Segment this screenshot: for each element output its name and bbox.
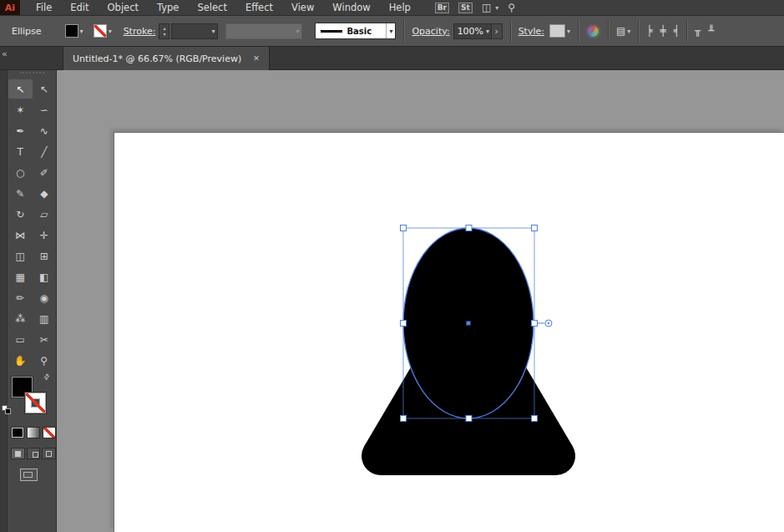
artwork-group[interactable]: [355, 213, 584, 484]
paintbrush-tool[interactable]: ✐: [33, 163, 57, 182]
opacity-label[interactable]: Opacity:: [412, 26, 449, 37]
menu-edit[interactable]: Edit: [61, 2, 98, 13]
app-logo-icon[interactable]: Ai: [0, 0, 20, 15]
tool-icon: ⚲: [40, 356, 48, 366]
shaper-tool[interactable]: ◆: [33, 184, 57, 203]
chevron-down-icon[interactable]: ▾: [495, 4, 498, 12]
type-tool[interactable]: T: [8, 142, 33, 161]
chevron-down-icon[interactable]: ▾: [483, 28, 492, 35]
blend-tool[interactable]: ◉: [33, 288, 57, 307]
pen-tool[interactable]: ✒: [8, 121, 33, 140]
chevron-down-icon[interactable]: ▾: [627, 28, 630, 35]
handle-bottom-center[interactable]: [466, 416, 472, 422]
close-icon[interactable]: ✕: [253, 54, 260, 63]
workspace-switcher-icon[interactable]: ◫: [482, 3, 491, 13]
draw-normal-button[interactable]: [11, 448, 25, 459]
distribute-vertical-icon[interactable]: ╥: [695, 26, 701, 36]
handle-bottom-left[interactable]: [401, 416, 407, 422]
chevron-down-icon[interactable]: ▾: [80, 28, 83, 35]
handle-top-right[interactable]: [532, 225, 538, 231]
shape-builder-tool[interactable]: ◫: [8, 246, 33, 266]
stroke-color-swatch[interactable]: [94, 24, 107, 38]
stroke-weight-stepper[interactable]: ▴ ▾: [159, 23, 169, 39]
screen-mode-button[interactable]: [20, 469, 38, 481]
menu-effect[interactable]: Effect: [236, 2, 282, 13]
collapse-panel-icon[interactable]: «: [2, 49, 8, 58]
tool-icon: ↖: [16, 84, 24, 94]
zoom-tool[interactable]: ⚲: [33, 351, 57, 370]
menu-window[interactable]: Window: [323, 2, 379, 13]
brush-definition-dropdown[interactable]: Basic ▾: [315, 23, 396, 39]
distribute-horizontal-icon[interactable]: ╨: [708, 26, 714, 36]
align-left-icon[interactable]: ╞: [646, 26, 652, 36]
line-segment-tool[interactable]: ╱: [33, 142, 57, 161]
style-label[interactable]: Style:: [518, 26, 544, 37]
draw-behind-button[interactable]: [27, 448, 41, 459]
stepper-up-icon[interactable]: ▴: [163, 25, 165, 31]
menu-file[interactable]: File: [27, 2, 61, 13]
recolor-artwork-icon[interactable]: [586, 24, 600, 38]
menu-help[interactable]: Help: [380, 2, 420, 13]
symbol-sprayer-tool[interactable]: ⁂: [8, 309, 33, 328]
perspective-grid-tool[interactable]: ⊞: [33, 246, 57, 266]
menu-select[interactable]: Select: [188, 2, 235, 13]
ellipse-tool[interactable]: ○: [8, 163, 33, 182]
stroke-label[interactable]: Stroke:: [124, 26, 156, 37]
stepper-down-icon[interactable]: ▾: [163, 31, 165, 37]
curvature-tool[interactable]: ∿: [33, 121, 57, 140]
chevron-down-icon[interactable]: ▾: [567, 28, 570, 35]
artboard-tool[interactable]: ▭: [8, 330, 33, 349]
gradient-button[interactable]: [27, 427, 40, 438]
draw-inside-glyph: [46, 451, 52, 457]
handle-middle-right[interactable]: [532, 321, 538, 327]
scale-tool[interactable]: ▱: [33, 205, 57, 224]
lasso-tool[interactable]: ∽: [33, 100, 57, 119]
opacity-input[interactable]: 100% ▾: [453, 23, 492, 39]
eyedropper-tool[interactable]: ✏: [8, 288, 33, 307]
bridge-icon[interactable]: Br: [435, 3, 449, 13]
opacity-panel-arrow[interactable]: ›: [492, 23, 503, 39]
document-setup-icon[interactable]: ▤: [616, 26, 625, 36]
tool-icon: ✋: [14, 356, 27, 366]
handle-bottom-right[interactable]: [532, 416, 538, 422]
hand-tool[interactable]: ✋: [8, 351, 33, 370]
menu-object[interactable]: Object: [99, 2, 148, 13]
chevron-down-icon[interactable]: ▾: [209, 28, 217, 35]
tool-icon: ⊞: [40, 251, 48, 261]
selection-tool[interactable]: ↖: [8, 79, 33, 99]
free-transform-tool[interactable]: ✛: [33, 225, 57, 245]
mesh-tool[interactable]: ▦: [8, 267, 33, 286]
none-button[interactable]: [43, 427, 56, 438]
color-button[interactable]: [11, 427, 24, 438]
magic-wand-tool[interactable]: ✶: [8, 100, 33, 119]
default-fill-stroke-icon[interactable]: [2, 405, 12, 415]
handle-middle-left[interactable]: [401, 321, 407, 327]
swap-fill-stroke-icon[interactable]: ⇄: [42, 372, 52, 382]
gradient-tool[interactable]: ◧: [33, 267, 57, 286]
slice-tool[interactable]: ✂: [33, 330, 57, 349]
search-icon[interactable]: ⚲: [508, 3, 515, 13]
column-graph-tool[interactable]: ▥: [33, 309, 57, 328]
graphic-style-swatch[interactable]: [549, 24, 565, 38]
handle-top-left[interactable]: [401, 225, 407, 231]
width-tool[interactable]: ⋈: [8, 225, 33, 245]
pencil-tool[interactable]: ✎: [8, 184, 33, 203]
menu-type[interactable]: Type: [148, 2, 188, 13]
menu-view[interactable]: View: [282, 2, 323, 13]
tool-icon: ▥: [39, 314, 48, 324]
chevron-down-icon[interactable]: ▾: [109, 28, 112, 35]
align-right-icon[interactable]: ╡: [674, 26, 680, 36]
draw-inside-button[interactable]: [42, 448, 56, 459]
handle-top-center[interactable]: [466, 225, 472, 231]
stroke-swatch[interactable]: [25, 393, 46, 413]
chevron-down-icon[interactable]: ▾: [386, 23, 395, 38]
fill-color-swatch[interactable]: [65, 24, 78, 38]
stock-icon[interactable]: St: [458, 3, 473, 13]
stroke-weight-dropdown[interactable]: ▾: [171, 23, 218, 39]
document-tab[interactable]: Untitled-1* @ 66.67% (RGB/Preview) ✕: [63, 47, 270, 70]
rotate-tool[interactable]: ↻: [8, 205, 33, 224]
direct-selection-tool[interactable]: ↖: [33, 79, 57, 99]
panel-grip[interactable]: [20, 72, 44, 78]
canvas[interactable]: [57, 70, 784, 532]
align-center-icon[interactable]: ╪: [660, 26, 666, 36]
